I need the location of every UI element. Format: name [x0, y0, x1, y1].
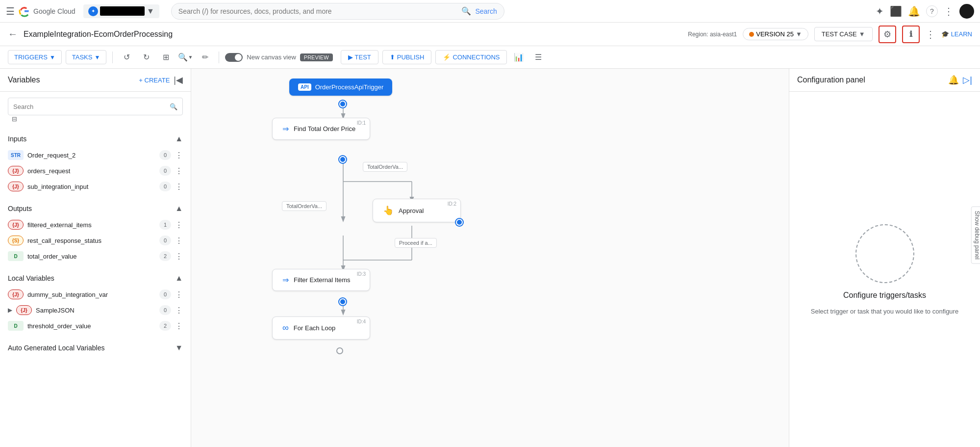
outputs-chevron-icon: ▲ — [175, 204, 183, 213]
variable-more-icon[interactable]: ⋮ — [175, 151, 183, 160]
learn-button[interactable]: 🎓 LEARN — [941, 30, 972, 38]
help-icon[interactable]: ? — [926, 5, 938, 17]
more-options-icon[interactable]: ⋮ — [926, 28, 935, 40]
variable-more-icon[interactable]: ⋮ — [175, 290, 183, 299]
sparkle-icon[interactable]: ✦ — [876, 5, 884, 17]
project-selector[interactable]: ✦ ▼ — [83, 4, 159, 18]
panel-expand-icon[interactable]: ▷| — [963, 75, 972, 85]
variable-more-icon[interactable]: ⋮ — [175, 306, 183, 315]
variable-more-icon[interactable]: ⋮ — [175, 321, 183, 331]
test-case-button[interactable]: TEST CASE ▼ — [814, 27, 873, 41]
show-debug-panel-label[interactable]: Show debug panel — [971, 206, 980, 263]
toolbar-separator-1 — [112, 52, 113, 63]
auto-generated-section: Auto Generated Local Variables ▼ — [0, 338, 191, 358]
learn-icon: 🎓 — [941, 30, 949, 38]
variables-sidebar: Variables + CREATE |◀ 🔍 ⊟ Inputs ▲ — [0, 69, 191, 447]
project-dropdown-icon: ▼ — [147, 7, 154, 16]
zoom-button[interactable]: 🔍 ▼ — [177, 50, 193, 65]
chart-button[interactable]: 📊 — [511, 50, 527, 65]
connector-dot — [456, 219, 463, 226]
connections-icon: ⚡ — [443, 53, 451, 61]
inputs-section-header[interactable]: Inputs ▲ — [8, 132, 183, 145]
panel-bell-icon[interactable]: 🔔 — [948, 75, 959, 85]
publish-button[interactable]: ⬆ PUBLISH — [382, 50, 432, 64]
api-badge: API — [298, 83, 311, 91]
global-search-input[interactable] — [178, 7, 458, 15]
pencil-button[interactable]: ✏ — [197, 50, 213, 65]
local-variables-section-header[interactable]: Local Variables ▲ — [8, 272, 183, 285]
settings-button[interactable]: ⚙ — [879, 26, 896, 43]
test-label: TEST — [355, 53, 371, 61]
variable-more-icon[interactable]: ⋮ — [175, 166, 183, 176]
connections-button[interactable]: ⚡ CONNECTIONS — [435, 50, 507, 64]
variable-count: 2 — [159, 321, 171, 331]
variable-search-container: 🔍 — [8, 98, 183, 115]
grid-button[interactable]: ⊞ — [158, 50, 174, 65]
zoom-chevron-icon: ▼ — [188, 54, 193, 60]
integration-canvas[interactable]: API OrderProcessApiTrigger ⇒ Find Total … — [191, 69, 789, 447]
filter-icon[interactable]: ⊟ — [12, 115, 17, 123]
preview-badge: PREVIEW — [300, 53, 333, 61]
back-button[interactable]: ← — [8, 28, 18, 40]
avatar[interactable] — [959, 4, 974, 19]
flow-diagram: API OrderProcessApiTrigger ⇒ Find Total … — [191, 69, 789, 447]
auto-generated-label: Auto Generated Local Variables — [8, 344, 104, 352]
canvas-toggle-area: New canvas view PREVIEW — [225, 53, 332, 62]
test-button[interactable]: ▶ TEST — [341, 50, 378, 64]
variable-search-input[interactable] — [13, 103, 166, 110]
monitor-icon[interactable]: ⬛ — [890, 5, 902, 17]
info-button[interactable]: ℹ — [902, 26, 920, 43]
triggers-button[interactable]: TRIGGERS ▼ — [8, 50, 62, 64]
badge-d: D — [8, 251, 24, 261]
tasks-button[interactable]: TASKS ▼ — [66, 50, 107, 64]
variable-more-icon[interactable]: ⋮ — [175, 252, 183, 261]
connections-label: CONNECTIONS — [452, 53, 500, 61]
more-icon[interactable]: ⋮ — [944, 5, 954, 17]
variable-more-icon[interactable]: ⋮ — [175, 182, 183, 191]
toggle-switch[interactable] — [225, 53, 243, 62]
approval-node[interactable]: 👆 Approval ID:2 — [373, 199, 461, 222]
task-icon: ⇒ — [282, 275, 289, 285]
global-search-bar[interactable]: 🔍 Search — [171, 3, 504, 20]
undo-button[interactable]: ↺ — [119, 50, 134, 65]
trigger-label: OrderProcessApiTrigger — [315, 83, 384, 91]
outputs-section-header[interactable]: Outputs ▲ — [8, 202, 183, 215]
for-each-loop-node[interactable]: ∞ For Each Loop ID:4 — [272, 316, 370, 340]
configure-hint-subtitle: Select trigger or task that you would li… — [811, 308, 958, 315]
bell-icon[interactable]: 🔔 — [908, 5, 920, 17]
triggers-chevron-icon: ▼ — [50, 54, 55, 61]
inputs-chevron-icon: ▲ — [175, 134, 183, 143]
list-button[interactable]: ☰ — [530, 50, 546, 65]
auto-generated-section-header[interactable]: Auto Generated Local Variables ▼ — [8, 342, 183, 354]
connector-dot — [336, 347, 343, 354]
variable-more-icon[interactable]: ⋮ — [175, 236, 183, 245]
menu-icon[interactable]: ☰ — [6, 5, 15, 17]
search-button-text[interactable]: Search — [475, 7, 497, 15]
version-label: VERSION 25 — [756, 30, 794, 38]
list-item: {J} dummy_sub_integration_var 0 ⋮ — [8, 287, 183, 302]
sidebar-collapse-icon[interactable]: |◀ — [174, 75, 183, 85]
outputs-section: Outputs ▲ {J} filtered_external_items 1 … — [0, 198, 191, 268]
variable-count: 0 — [159, 305, 171, 315]
publish-label: PUBLISH — [397, 53, 425, 61]
trigger-node[interactable]: API OrderProcessApiTrigger — [289, 79, 392, 96]
node-label: Filter External Items — [294, 276, 351, 284]
filter-external-items-node[interactable]: ⇒ Filter External Items ID:3 — [272, 269, 370, 291]
redo-button[interactable]: ↻ — [138, 50, 154, 65]
configuration-panel: Configuration panel 🔔 ▷| Configure trigg… — [789, 69, 980, 447]
variable-name: rest_call_response_status — [27, 237, 155, 244]
google-cloud-logo-icon — [19, 5, 30, 17]
variable-name: sub_integration_input — [27, 183, 155, 190]
find-total-order-price-node[interactable]: ⇒ Find Total Order Price ID:1 — [272, 118, 370, 140]
create-variable-button[interactable]: + CREATE — [139, 77, 170, 84]
version-selector[interactable]: VERSION 25 ▼ — [743, 28, 808, 40]
loop-icon: ∞ — [282, 323, 289, 333]
list-item: {S} rest_call_response_status 0 ⋮ — [8, 233, 183, 248]
node-label: Find Total Order Price — [294, 125, 355, 132]
expand-icon[interactable]: ▶ — [8, 307, 12, 314]
badge-j: {J} — [8, 289, 24, 299]
google-cloud-logo: Google Cloud — [19, 5, 75, 17]
node-id: ID:4 — [357, 319, 366, 324]
info-icon: ℹ — [909, 29, 912, 39]
variable-more-icon[interactable]: ⋮ — [175, 220, 183, 230]
